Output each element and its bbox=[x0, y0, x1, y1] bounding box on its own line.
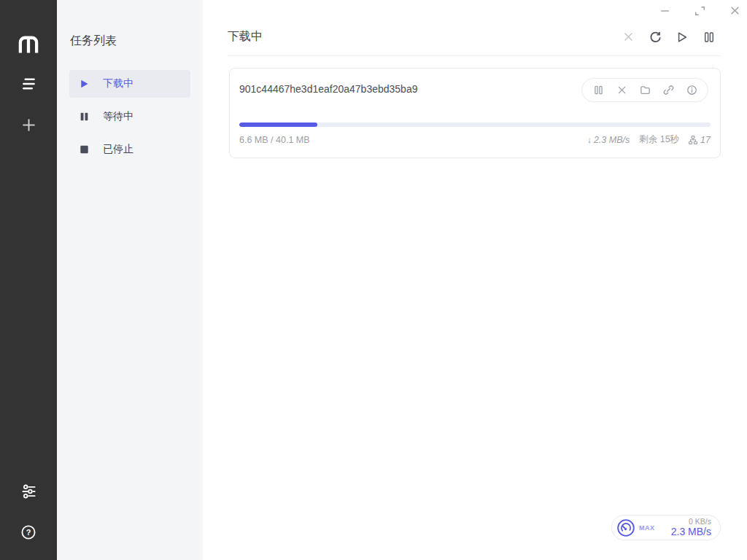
open-folder-button[interactable] bbox=[639, 85, 651, 96]
task-info-button[interactable] bbox=[686, 85, 697, 96]
link-icon bbox=[663, 85, 674, 96]
refresh-icon bbox=[649, 31, 662, 43]
download-speed-text: ↓ 2.3 MB/s bbox=[587, 135, 630, 145]
download-task-card[interactable]: 901c44467he3d1eaf20a47b3ebd35ba9 bbox=[229, 68, 721, 158]
down-arrow-icon: ↓ bbox=[587, 135, 592, 145]
header-divider bbox=[228, 55, 721, 56]
stop-icon bbox=[80, 144, 90, 155]
task-action-toolbar bbox=[581, 78, 708, 102]
peers-icon bbox=[689, 136, 697, 144]
progress-fill bbox=[239, 122, 317, 127]
svg-text:?: ? bbox=[26, 528, 31, 537]
help-button[interactable]: ? bbox=[14, 518, 43, 547]
preferences-button[interactable] bbox=[14, 477, 43, 506]
delete-task-button[interactable] bbox=[616, 85, 627, 96]
maximize-icon bbox=[694, 5, 705, 16]
task-list-nav-button[interactable] bbox=[14, 69, 43, 98]
sidebar-item-label: 下载中 bbox=[103, 77, 133, 90]
close-icon bbox=[729, 5, 740, 16]
info-icon bbox=[686, 85, 697, 96]
copy-link-button[interactable] bbox=[662, 85, 674, 96]
delete-icon bbox=[623, 31, 634, 42]
speed-limit-widget[interactable]: MAX 0 KB/s 2.3 MB/s bbox=[611, 515, 721, 540]
header-toolbar bbox=[622, 31, 715, 43]
upload-speed-text: 0 KB/s bbox=[671, 517, 711, 526]
sidebar-item-label: 已停止 bbox=[103, 143, 133, 156]
pause-task-button[interactable] bbox=[592, 85, 604, 96]
plus-icon bbox=[21, 117, 36, 133]
play-icon bbox=[80, 79, 90, 89]
progress-bar bbox=[239, 122, 711, 127]
pause-icon bbox=[80, 112, 90, 122]
sliders-icon bbox=[21, 484, 36, 499]
time-remaining-text: 剩余 15秒 bbox=[639, 133, 679, 146]
window-controls bbox=[659, 5, 740, 16]
speedometer-icon bbox=[616, 518, 635, 537]
help-icon: ? bbox=[20, 524, 36, 540]
main-panel: 下载中 bbox=[203, 0, 747, 560]
size-progress-text: 6.6 MB / 40.1 MB bbox=[239, 135, 310, 145]
sidebar: 任务列表 下载中 等待中 已停止 bbox=[57, 0, 203, 560]
global-download-speed-text: 2.3 MB/s bbox=[671, 526, 711, 537]
maximize-button[interactable] bbox=[694, 5, 705, 16]
page-title: 下载中 bbox=[228, 29, 263, 44]
max-speed-label: MAX bbox=[639, 524, 655, 532]
play-outline-icon bbox=[676, 31, 688, 43]
folder-icon bbox=[640, 85, 651, 96]
task-list-icon bbox=[21, 77, 36, 91]
close-icon bbox=[616, 85, 627, 96]
peers-count: 17 bbox=[689, 135, 711, 145]
close-button[interactable] bbox=[729, 5, 740, 16]
pause-all-button[interactable] bbox=[703, 31, 715, 43]
motrix-logo bbox=[14, 29, 43, 58]
delete-selected-button[interactable] bbox=[622, 31, 634, 43]
task-status-nav: 下载中 等待中 已停止 bbox=[57, 70, 203, 163]
refresh-button[interactable] bbox=[649, 31, 661, 43]
resume-all-button[interactable] bbox=[676, 31, 688, 43]
sidebar-item-waiting[interactable]: 等待中 bbox=[69, 103, 190, 131]
sidebar-item-downloading[interactable]: 下载中 bbox=[69, 70, 190, 98]
minimize-icon bbox=[659, 5, 670, 16]
sidebar-item-label: 等待中 bbox=[103, 110, 133, 123]
add-task-button[interactable] bbox=[14, 110, 43, 139]
app-rail: ? bbox=[0, 0, 57, 560]
task-stats: 6.6 MB / 40.1 MB ↓ 2.3 MB/s 剩余 15秒 bbox=[239, 133, 711, 146]
minimize-button[interactable] bbox=[659, 5, 670, 16]
sidebar-item-stopped[interactable]: 已停止 bbox=[69, 136, 190, 163]
pause-outline-icon bbox=[593, 85, 604, 96]
motrix-logo-icon bbox=[17, 34, 40, 54]
sidebar-title: 任务列表 bbox=[57, 34, 203, 49]
pause-outline-icon bbox=[703, 31, 715, 43]
